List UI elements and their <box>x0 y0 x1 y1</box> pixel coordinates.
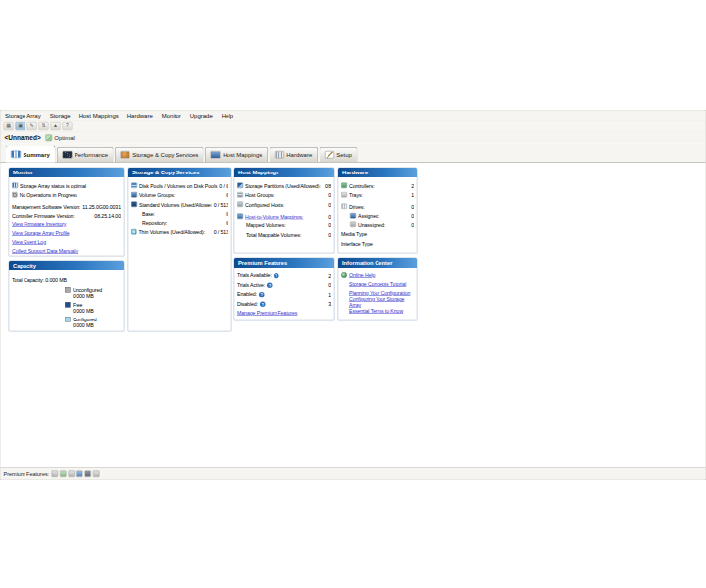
capacity-legend-free: Free 0.000 MB <box>65 302 121 315</box>
disk-pools-icon <box>131 183 137 189</box>
assigned-drives-icon <box>350 213 356 219</box>
essential-terms-to-know-link[interactable]: Essential Terms to Know <box>349 308 403 314</box>
capacity-legend-configured: Configured 0.000 MB <box>65 317 121 329</box>
trials-available-help-icon[interactable]: ? <box>274 273 279 279</box>
controllers-icon <box>341 183 347 189</box>
mgmt-software-version-label: Management Software Version: <box>12 203 80 209</box>
host-mappings-panel: Host Mappings Storage Partitions (Used/A… <box>234 168 335 254</box>
menu-help[interactable]: Help <box>217 112 237 119</box>
menu-upgrade[interactable]: Upgrade <box>185 112 217 119</box>
tab-bar: Summary Performance Storage & Copy Servi… <box>1 144 706 163</box>
tab-host-mappings[interactable]: Host Mappings <box>205 147 268 162</box>
host-to-volume-mappings-icon <box>237 214 243 220</box>
array-status: Optimal <box>54 134 75 141</box>
host-groups-icon <box>237 192 243 198</box>
volume-groups-icon <box>131 192 137 198</box>
monitor-panel-header: Monitor <box>9 168 124 177</box>
view-storage-array-profile-link[interactable]: View Storage Array Profile <box>12 230 70 236</box>
disabled-help-icon[interactable]: ? <box>260 301 266 307</box>
premium-feature-status-icon <box>76 471 83 478</box>
array-name: <Unnamed> <box>5 134 41 142</box>
alarm-icon[interactable]: ▲ <box>51 122 61 130</box>
premium-features-panel: Premium Features Trials Available:? 2 Tr… <box>234 258 335 321</box>
toolbar: ▦ ▣ ✎ ⇅ ▲ ? <box>1 121 706 132</box>
controller-firmware-version-value: 08.25.14.00 <box>92 213 121 219</box>
view-firmware-inventory-link[interactable]: View Firmware Inventory <box>12 221 66 227</box>
tab-label: Storage & Copy Services <box>132 151 198 158</box>
no-operations-text: No Operations in Progress <box>20 192 122 198</box>
unconfigured-swatch <box>65 287 71 293</box>
storage-manager-window: Storage Array Storage Host Mappings Hard… <box>0 110 706 480</box>
free-swatch <box>65 302 71 308</box>
monitor-panel: Monitor Storage Array status is optimal … <box>9 168 125 257</box>
host-to-volume-mappings-link[interactable]: Host-to-Volume Mappings: <box>245 213 303 219</box>
menu-monitor[interactable]: Monitor <box>157 112 185 119</box>
recover-icon[interactable]: ⇅ <box>39 122 49 130</box>
menu-hardware[interactable]: Hardware <box>123 112 157 119</box>
information-center-panel: Information Center Online Help Storage C… <box>338 258 418 321</box>
drives-icon <box>341 204 347 210</box>
controller-firmware-version-label: Controller Firmware Version: <box>12 213 92 219</box>
storage-copy-panel-header: Storage & Copy Services <box>128 168 231 177</box>
hardware-panel-header: Hardware <box>338 168 417 177</box>
trials-active-help-icon[interactable]: ? <box>267 282 273 288</box>
host-mappings-tab-icon <box>211 151 221 159</box>
screenshot-canvas: Storage Array Storage Host Mappings Hard… <box>0 0 706 588</box>
manage-premium-features-link[interactable]: Manage Premium Features <box>237 310 297 316</box>
hardware-panel: Hardware Controllers:2 Trays:1 Drives:0 … <box>338 168 418 254</box>
monitor-performance-icon[interactable]: ▣ <box>16 122 25 130</box>
information-center-panel-header: Information Center <box>338 258 417 268</box>
hardware-tab-icon <box>275 151 284 159</box>
premium-feature-status-icon <box>68 471 75 478</box>
configured-swatch <box>65 317 71 322</box>
status-bar: Premium Features: <box>1 468 706 480</box>
tab-label: Setup <box>336 151 352 158</box>
host-mappings-panel-header: Host Mappings <box>234 168 334 177</box>
tab-label: Performance <box>75 151 108 158</box>
configuring-your-storage-array-link[interactable]: Configuring Your Storage Array <box>349 296 414 308</box>
array-title-row: <Unnamed> Optimal <box>1 132 706 144</box>
status-bar-label: Premium Features: <box>4 471 50 477</box>
tab-label: Summary <box>24 151 50 158</box>
storage-tab-icon <box>121 151 130 159</box>
tab-performance[interactable]: Performance <box>57 147 114 162</box>
create-volumes-icon[interactable]: ▦ <box>4 122 14 130</box>
menu-storage[interactable]: Storage <box>45 112 75 119</box>
standard-volumes-icon <box>131 202 137 208</box>
storage-array-status-icon <box>12 183 18 189</box>
premium-feature-status-icon <box>84 471 91 478</box>
menu-storage-array[interactable]: Storage Array <box>1 112 46 119</box>
configured-hosts-icon <box>237 202 243 208</box>
premium-feature-status-icon <box>93 471 100 478</box>
thin-volumes-icon <box>131 229 137 235</box>
online-help-icon <box>341 272 347 278</box>
storage-copy-panel: Storage & Copy Services Disk Pools / Vol… <box>128 168 232 332</box>
summary-tab-icon <box>11 151 21 159</box>
capacity-panel-header: Capacity <box>9 261 124 270</box>
summary-content: Monitor Storage Array status is optimal … <box>1 163 706 468</box>
tab-setup[interactable]: Setup <box>319 147 357 162</box>
collect-support-data-link[interactable]: Collect Support Data Manually <box>12 248 78 254</box>
total-capacity: Total Capacity: 0.000 MB <box>12 274 121 286</box>
status-optimal-text: Storage Array status is optimal <box>20 182 121 188</box>
tab-summary[interactable]: Summary <box>6 146 56 163</box>
capacity-panel: Capacity Total Capacity: 0.000 MB Unconf… <box>9 261 125 332</box>
mgmt-software-version-value: 11.25.0G00.0031 <box>80 203 121 209</box>
storage-partitions-icon <box>237 183 243 189</box>
enabled-help-icon[interactable]: ? <box>259 292 265 298</box>
view-event-log-link[interactable]: View Event Log <box>12 239 46 245</box>
tab-storage-copy-services[interactable]: Storage & Copy Services <box>115 147 204 162</box>
premium-features-panel-header: Premium Features <box>234 258 334 268</box>
menu-bar: Storage Array Storage Host Mappings Hard… <box>1 111 706 121</box>
menu-host-mappings[interactable]: Host Mappings <box>75 112 123 119</box>
event-log-icon[interactable]: ✎ <box>27 122 37 130</box>
capacity-legend-unconfigured: Unconfigured 0.000 MB <box>65 287 121 300</box>
premium-feature-status-icon <box>51 471 58 478</box>
unassigned-drives-icon <box>350 222 356 228</box>
storage-concepts-tutorial-link[interactable]: Storage Concepts Tutorial <box>349 281 406 287</box>
performance-tab-icon <box>62 151 72 159</box>
optimal-status-icon <box>46 134 53 141</box>
tab-hardware[interactable]: Hardware <box>269 147 318 162</box>
find-icon[interactable]: ? <box>63 122 73 130</box>
online-help-link[interactable]: Online Help <box>349 272 375 278</box>
